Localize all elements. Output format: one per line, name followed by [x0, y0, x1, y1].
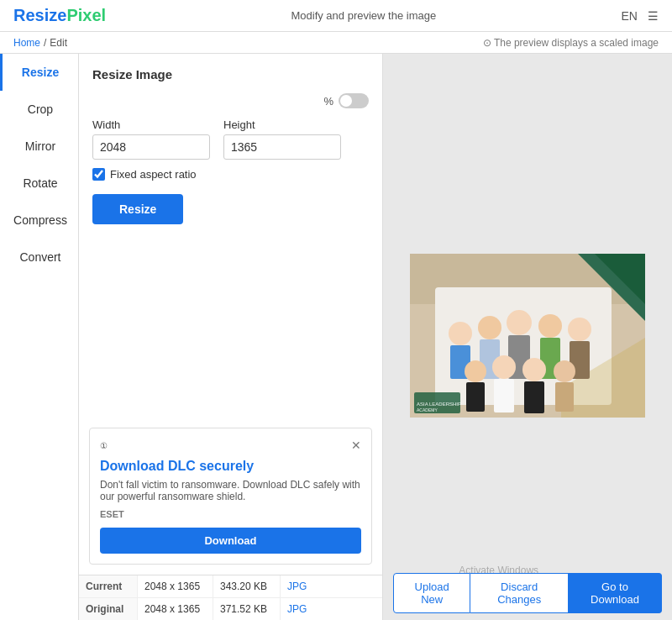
- width-label: Width: [92, 118, 210, 131]
- breadcrumb-separator: /: [44, 37, 46, 49]
- resize-panel: Resize Image % Width Height Fixed aspect…: [79, 54, 382, 418]
- file-type-original: JPG: [281, 598, 314, 620]
- upload-new-button[interactable]: Upload New: [393, 573, 470, 613]
- width-group: Width: [92, 118, 210, 160]
- sidebar-item-compress[interactable]: Compress: [0, 202, 78, 239]
- content-panel: Resize Image % Width Height Fixed aspect…: [79, 54, 383, 620]
- svg-rect-19: [494, 379, 514, 412]
- breadcrumb: Home / Edit ⊙ The preview displays a sca…: [0, 32, 672, 54]
- ad-brand: ESET: [100, 509, 361, 519]
- svg-point-22: [554, 360, 575, 382]
- ad-close-button[interactable]: ✕: [351, 439, 361, 452]
- file-label-current: Current: [79, 575, 138, 597]
- discard-changes-button[interactable]: Discard Changes: [470, 573, 569, 613]
- svg-text:ACADEMY: ACADEMY: [417, 407, 438, 412]
- header-title: Modify and preview the image: [291, 9, 436, 22]
- sidebar: Resize Crop Mirror Rotate Compress Conve…: [0, 54, 79, 620]
- logo-pixel: Pixel: [66, 6, 106, 24]
- preview-area: ASIA LEADERSHIP ACADEMY Activate Windows…: [383, 54, 672, 620]
- dimensions-row: Width Height: [92, 118, 369, 160]
- sidebar-item-mirror[interactable]: Mirror: [0, 128, 78, 165]
- ad-body: Don't fall victim to ransomware. Downloa…: [100, 479, 361, 502]
- lang-label[interactable]: EN: [622, 9, 638, 23]
- svg-point-20: [522, 358, 546, 381]
- file-dims-current: 2048 x 1365: [138, 575, 213, 597]
- height-group: Height: [223, 118, 341, 160]
- preview-image: ASIA LEADERSHIP ACADEMY: [410, 254, 645, 418]
- height-input[interactable]: [223, 134, 341, 160]
- header-right: EN ☰: [622, 9, 659, 23]
- ad-badge: ①: [100, 441, 108, 450]
- file-row-current: Current 2048 x 1365 343.20 KB JPG: [79, 575, 382, 598]
- aspect-ratio-label: Fixed aspect ratio: [110, 168, 197, 181]
- sidebar-item-rotate[interactable]: Rotate: [0, 165, 78, 202]
- sidebar-item-convert[interactable]: Convert: [0, 239, 78, 276]
- svg-point-6: [449, 322, 472, 345]
- logo-resize: Resize: [13, 6, 66, 24]
- file-size-original: 371.52 KB: [213, 598, 281, 620]
- svg-rect-21: [524, 381, 544, 413]
- width-input[interactable]: [92, 134, 210, 160]
- height-label: Height: [223, 118, 341, 131]
- aspect-ratio-checkbox[interactable]: [92, 168, 105, 181]
- preview-note: ⊙ The preview displays a scaled image: [483, 37, 659, 49]
- app-header: ResizePixel Modify and preview the image…: [0, 0, 672, 32]
- aspect-ratio-row: Fixed aspect ratio: [92, 168, 369, 181]
- resize-button[interactable]: Resize: [92, 194, 183, 224]
- resize-title: Resize Image: [92, 67, 369, 81]
- svg-rect-23: [555, 382, 574, 412]
- percent-toggle[interactable]: [339, 93, 369, 108]
- menu-icon[interactable]: ☰: [648, 9, 659, 23]
- sidebar-item-resize[interactable]: Resize: [0, 54, 78, 91]
- svg-point-16: [465, 360, 486, 382]
- ad-download-button[interactable]: Download: [100, 528, 361, 554]
- svg-point-12: [538, 314, 562, 338]
- logo: ResizePixel: [13, 6, 106, 25]
- preview-image-container: ASIA LEADERSHIP ACADEMY: [410, 254, 645, 420]
- breadcrumb-home[interactable]: Home: [13, 37, 40, 49]
- svg-point-14: [568, 318, 591, 341]
- svg-text:ASIA LEADERSHIP: ASIA LEADERSHIP: [417, 402, 461, 407]
- svg-rect-17: [466, 382, 485, 412]
- ad-top-row: ① ✕: [100, 439, 361, 452]
- svg-point-18: [492, 355, 516, 379]
- file-row-original: Original 2048 x 1365 371.52 KB JPG: [79, 598, 382, 620]
- breadcrumb-current: Edit: [50, 37, 67, 49]
- go-to-download-button[interactable]: Go to Download: [569, 573, 662, 613]
- file-label-original: Original: [79, 598, 138, 620]
- file-dims-original: 2048 x 1365: [138, 598, 213, 620]
- sidebar-item-crop[interactable]: Crop: [0, 91, 78, 128]
- percent-label: %: [323, 95, 333, 108]
- ad-panel: ① ✕ Download DLC securely Don't fall vic…: [89, 428, 372, 565]
- footer-bar: Upload New Discard Changes Go to Downloa…: [383, 566, 672, 620]
- ad-title: Download DLC securely: [100, 459, 361, 474]
- toggle-row: %: [92, 93, 369, 108]
- file-type-current: JPG: [281, 575, 314, 597]
- svg-point-10: [507, 310, 532, 335]
- file-info: Current 2048 x 1365 343.20 KB JPG Origin…: [79, 575, 382, 620]
- file-size-current: 343.20 KB: [213, 575, 281, 597]
- main-layout: Resize Crop Mirror Rotate Compress Conve…: [0, 54, 672, 620]
- svg-point-8: [478, 316, 501, 339]
